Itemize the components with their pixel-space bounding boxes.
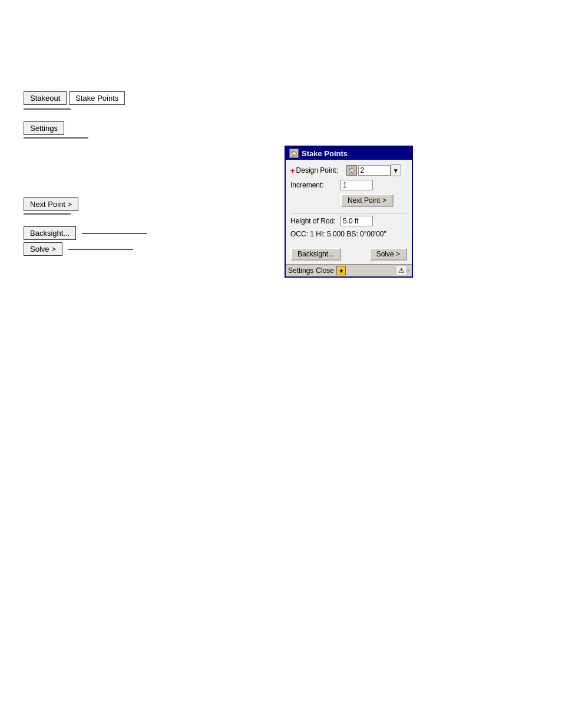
backsight-row: Backsight... [24, 226, 147, 240]
occ-info: OCC: 1 HI: 5.000 BS: 0°00'00" [290, 230, 407, 242]
backsight-underline [82, 233, 147, 234]
separator [290, 213, 407, 213]
dialog-next-point-button[interactable]: Next Point > [340, 194, 394, 207]
dialog-solve-button[interactable]: Solve > [369, 248, 407, 261]
dialog-footer: Settings Close ★ ⚠ - [286, 264, 412, 276]
increment-label: Increment: [290, 181, 340, 189]
height-rod-input[interactable] [340, 216, 373, 226]
annotation-area: Stakeout Stake Points Settings Next Poin… [24, 91, 147, 256]
footer-right: ⚠ - [396, 266, 409, 275]
next-point-underline [24, 213, 71, 215]
design-point-input[interactable] [358, 165, 391, 176]
footer-warn-icon: ⚠ [396, 266, 406, 275]
bottom-buttons-wrap: Backsight... Solve > [24, 226, 147, 256]
footer-settings-button[interactable]: Settings [288, 266, 313, 275]
footer-close-button[interactable]: Close [316, 266, 334, 275]
solve-button[interactable]: Solve > [24, 242, 62, 256]
tab-buttons: Stakeout Stake Points [24, 91, 147, 105]
tab-underline [24, 108, 71, 110]
next-point-wrap: Next Point > [24, 197, 147, 211]
dialog-title-icon: 🏠 [289, 149, 299, 158]
plus-icon: + [290, 166, 295, 175]
height-rod-label: Height of Rod: [290, 217, 340, 225]
dialog-title: Stake Points [302, 149, 348, 158]
increment-input[interactable] [340, 180, 373, 190]
footer-arrow-button[interactable]: - [407, 266, 409, 275]
solve-underline [68, 249, 133, 250]
increment-row: Increment: [290, 180, 407, 190]
solve-row: Solve > [24, 242, 147, 256]
design-point-icon: 🏠 [346, 165, 357, 176]
dialog-bottom-buttons: Backsight... Solve > [290, 245, 407, 261]
design-point-dropdown[interactable]: ▼ [391, 164, 401, 176]
settings-wrap: Settings [24, 121, 147, 135]
dialog-backsight-button[interactable]: Backsight... [290, 248, 341, 261]
dialog-titlebar: 🏠 Stake Points [286, 147, 412, 160]
design-point-label: Design Point: [296, 166, 346, 174]
footer-star-icon[interactable]: ★ [336, 266, 346, 275]
stakeout-tab[interactable]: Stakeout [24, 91, 67, 105]
design-point-row: + Design Point: 🏠 ▼ [290, 164, 407, 176]
settings-underline [24, 137, 88, 139]
stake-points-dialog: 🏠 Stake Points + Design Point: 🏠 ▼ Incre… [285, 146, 413, 278]
dialog-body: + Design Point: 🏠 ▼ Increment: Next Poin… [286, 160, 412, 264]
next-point-button[interactable]: Next Point > [24, 197, 78, 211]
settings-button[interactable]: Settings [24, 121, 64, 135]
backsight-button[interactable]: Backsight... [24, 226, 76, 240]
stake-points-tab[interactable]: Stake Points [69, 91, 125, 105]
height-rod-row: Height of Rod: [290, 216, 407, 226]
